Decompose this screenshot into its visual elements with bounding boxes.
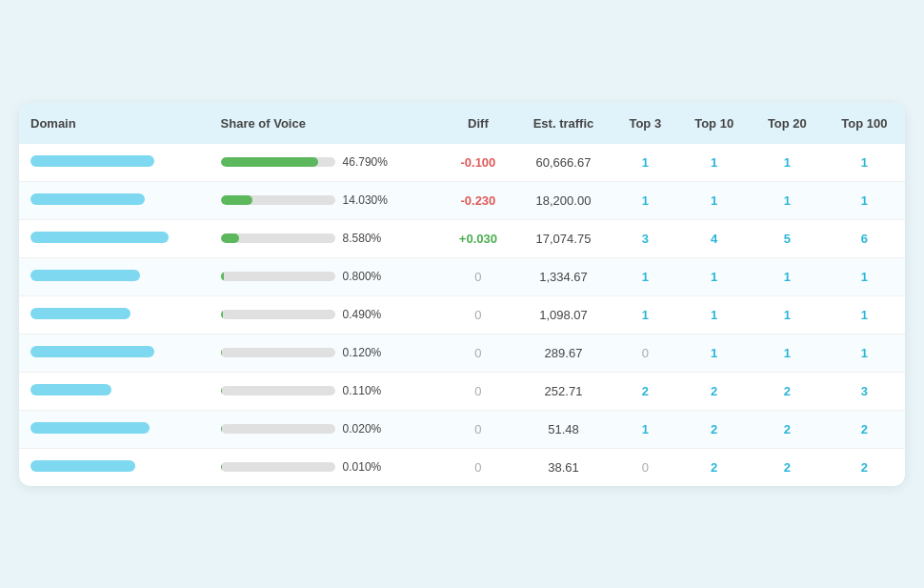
diff-cell: 0 [442, 372, 514, 410]
top20-cell-value: 2 [784, 384, 791, 398]
top10-cell-value: 2 [711, 460, 717, 475]
sov-cell: 0.800% [210, 257, 442, 295]
domain-cell [19, 295, 210, 334]
sov-cell: 0.010% [210, 448, 442, 486]
top20-cell-value: 1 [784, 346, 791, 360]
diff-value: 0 [474, 308, 481, 322]
domain-cell [19, 181, 210, 219]
top3-cell-value: 1 [642, 308, 649, 322]
top3-cell-value: 3 [642, 232, 649, 246]
table-row: 14.030%-0.23018,200.001111 [19, 181, 905, 219]
sov-cell: 8.580% [210, 219, 442, 257]
top10-cell: 1 [677, 181, 751, 219]
top3-cell-value: 0 [642, 460, 649, 475]
top10-cell-value: 1 [711, 270, 717, 284]
domain-cell [19, 410, 210, 448]
diff-cell: 0 [442, 410, 514, 448]
diff-value: 0 [474, 270, 481, 284]
sov-percentage: 0.800% [343, 270, 395, 283]
traffic-cell: 18,200.00 [514, 181, 613, 219]
sov-bar-fill [221, 462, 222, 472]
top10-cell-value: 2 [711, 384, 717, 398]
top3-cell-value: 1 [642, 422, 649, 436]
top20-cell: 1 [751, 295, 824, 334]
traffic-cell: 289.67 [514, 334, 613, 372]
domain-bar [30, 155, 154, 167]
diff-cell: 0 [442, 448, 514, 486]
col-domain: Domain [19, 103, 210, 144]
top20-cell: 2 [751, 448, 824, 486]
domain-cell [19, 334, 210, 372]
sov-bar-fill [221, 272, 225, 281]
diff-cell: 0 [442, 334, 514, 372]
sov-bar-container [221, 386, 335, 395]
sov-bar-fill [221, 233, 239, 243]
diff-cell: +0.030 [442, 219, 514, 257]
domain-bar [30, 308, 131, 319]
top20-cell-value: 1 [784, 155, 791, 170]
sov-bar-container [221, 272, 335, 281]
top10-cell: 2 [677, 448, 751, 486]
top100-cell-value: 2 [861, 422, 868, 436]
top100-cell: 2 [824, 448, 905, 486]
top3-cell: 0 [613, 334, 677, 372]
top100-cell: 3 [824, 372, 905, 410]
top20-cell-value: 5 [784, 232, 791, 246]
table-row: 0.010%038.610222 [19, 448, 905, 486]
top20-cell: 1 [751, 181, 824, 219]
sov-bar-fill [221, 195, 253, 205]
sov-bar-fill [221, 310, 223, 319]
top100-cell: 1 [824, 257, 905, 295]
top100-cell: 1 [824, 144, 905, 182]
col-sov: Share of Voice [210, 103, 442, 144]
top100-cell-value: 1 [861, 155, 868, 170]
top100-cell-value: 6 [861, 232, 868, 246]
sov-bar-fill [221, 386, 222, 395]
sov-bar-container [221, 462, 335, 472]
sov-percentage: 0.490% [343, 308, 395, 321]
top3-cell: 1 [613, 410, 677, 448]
table-row: 0.120%0289.670111 [19, 334, 905, 372]
table-row: 0.020%051.481222 [19, 410, 905, 448]
top100-cell-value: 3 [861, 384, 868, 398]
top20-cell: 1 [751, 334, 824, 372]
sov-table: Domain Share of Voice Diff Est. traffic … [19, 103, 905, 486]
sov-bar-container [221, 195, 335, 205]
sov-percentage: 14.030% [343, 193, 395, 207]
top3-cell: 2 [613, 372, 677, 410]
top3-cell: 1 [613, 295, 677, 334]
sov-cell: 14.030% [210, 181, 442, 219]
sov-cell: 0.110% [210, 372, 442, 410]
sov-bar-container [221, 424, 335, 434]
top3-cell: 0 [613, 448, 677, 486]
traffic-cell: 51.48 [514, 410, 613, 448]
domain-cell [19, 372, 210, 410]
domain-cell [19, 219, 210, 257]
traffic-cell: 1,334.67 [514, 257, 613, 295]
diff-value: 0 [474, 422, 481, 436]
col-top20: Top 20 [751, 103, 824, 144]
top100-cell-value: 1 [861, 193, 868, 208]
table-row: 0.800%01,334.671111 [19, 257, 905, 295]
top20-cell: 1 [751, 257, 824, 295]
traffic-cell: 38.61 [514, 448, 613, 486]
top100-cell: 2 [824, 410, 905, 448]
sov-bar-container [221, 233, 335, 243]
top10-cell: 2 [677, 410, 751, 448]
top20-cell-value: 1 [784, 193, 791, 208]
sov-bar-container [221, 310, 335, 319]
diff-value: 0 [474, 460, 481, 475]
domain-bar [30, 270, 140, 281]
diff-value: 0 [474, 384, 481, 398]
top100-cell-value: 1 [861, 270, 868, 284]
top3-cell-value: 1 [642, 270, 649, 284]
sov-bar-container [221, 157, 335, 167]
top3-cell-value: 1 [642, 193, 649, 208]
table-row: 0.490%01,098.071111 [19, 295, 905, 334]
domain-cell [19, 144, 210, 182]
domain-cell [19, 257, 210, 295]
top10-cell: 1 [677, 144, 751, 182]
top10-cell-value: 1 [711, 346, 717, 360]
top20-cell: 1 [751, 144, 824, 182]
top10-cell-value: 1 [711, 308, 717, 322]
